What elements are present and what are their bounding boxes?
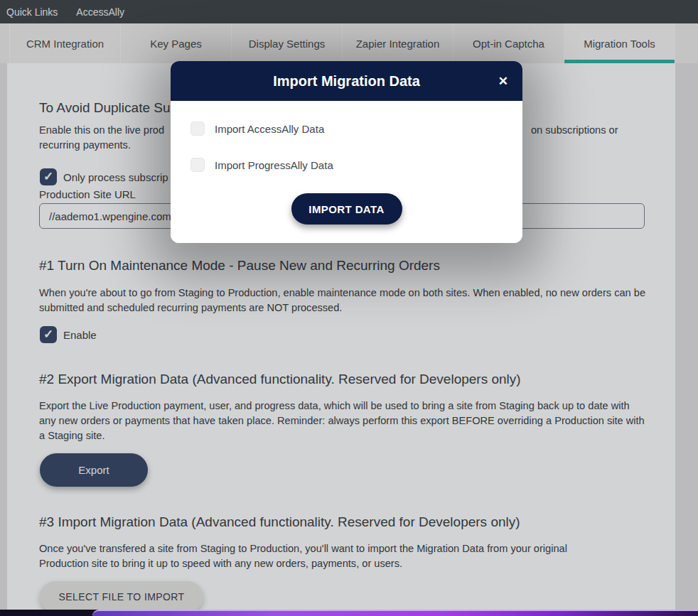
modal-body: Import AccessAlly Data Import ProgressAl…: [171, 101, 522, 243]
modal-header: Import Migration Data ✕: [171, 61, 522, 101]
modal-title: Import Migration Data: [273, 73, 420, 90]
import-accessally-data-checkbox[interactable]: [190, 121, 205, 136]
import-accessally-data-label: Import AccessAlly Data: [215, 123, 324, 135]
bottom-purple-panel-edge: [92, 610, 698, 616]
import-progressally-data-checkbox[interactable]: [190, 158, 205, 172]
bottom-bar: [0, 610, 698, 616]
import-progressally-data-label: Import ProgressAlly Data: [215, 159, 333, 171]
import-progressally-data-row: Import ProgressAlly Data: [190, 158, 333, 172]
close-icon[interactable]: ✕: [498, 75, 508, 87]
import-accessally-data-row: Import AccessAlly Data: [190, 121, 324, 136]
screen: Quick Links AccessAlly CRM Integration K…: [0, 0, 698, 616]
import-data-button[interactable]: IMPORT DATA: [291, 193, 402, 225]
import-migration-data-modal: Import Migration Data ✕ Import AccessAll…: [171, 61, 522, 243]
